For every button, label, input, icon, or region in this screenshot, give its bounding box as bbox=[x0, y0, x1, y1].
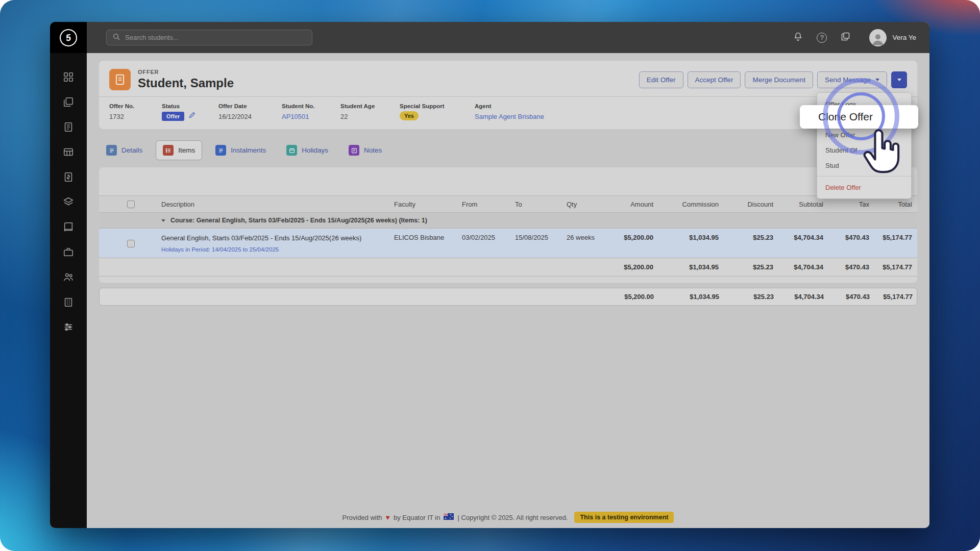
tab-details-label: Details bbox=[121, 146, 142, 154]
logo-icon: 5 bbox=[58, 28, 78, 47]
group-total-commission: $1,034.95 bbox=[658, 258, 724, 277]
col-faculty: Faculty bbox=[389, 196, 457, 213]
item-description: General English, Starts 03/Feb/2025 - En… bbox=[161, 234, 384, 243]
tab-details[interactable]: Details bbox=[99, 140, 150, 160]
accept-offer-button[interactable]: Accept Offer bbox=[688, 71, 741, 88]
edit-offer-button[interactable]: Edit Offer bbox=[639, 71, 683, 88]
tab-holidays-label: Holidays bbox=[302, 146, 328, 154]
items-table: Description Faculty From To Qty Amount C… bbox=[99, 195, 917, 277]
col-to: To bbox=[510, 196, 561, 213]
details-doc-icon bbox=[106, 145, 117, 156]
select-all-checkbox[interactable] bbox=[127, 201, 135, 208]
row-checkbox[interactable] bbox=[127, 240, 135, 247]
search-input[interactable] bbox=[125, 34, 306, 41]
tab-holidays[interactable]: Holidays bbox=[279, 140, 335, 160]
instalments-doc-icon bbox=[215, 145, 226, 156]
subjects-icon[interactable] bbox=[63, 221, 74, 233]
items-panel: New Item Description Faculty From bbox=[99, 167, 917, 283]
item-amount: $5,200.00 bbox=[607, 229, 658, 258]
group-total-amount: $5,200.00 bbox=[607, 258, 658, 277]
notifications-bell-icon[interactable] bbox=[793, 31, 803, 44]
item-total: $5,174.77 bbox=[874, 229, 917, 258]
tab-instalments[interactable]: Instalments bbox=[208, 140, 273, 160]
sidebar: 5 bbox=[50, 22, 87, 528]
grand-total-discount: $25.23 bbox=[724, 288, 779, 305]
grand-totals-row: $5,200.00 $1,034.95 $25.23 $4,704.34 $47… bbox=[100, 288, 917, 305]
col-description: Description bbox=[156, 196, 389, 213]
item-faculty: ELICOS Bisbane bbox=[389, 229, 457, 258]
chevron-down-icon bbox=[875, 79, 879, 81]
reports-icon[interactable] bbox=[63, 146, 74, 158]
footer-text: Provided with bbox=[342, 514, 382, 521]
tab-notes-label: Notes bbox=[364, 146, 382, 154]
offer-document-icon bbox=[109, 69, 131, 90]
more-actions-dropdown-button[interactable] bbox=[891, 71, 907, 88]
edit-status-pencil-icon[interactable] bbox=[188, 111, 196, 121]
grand-totals-bar: $5,200.00 $1,034.95 $25.23 $4,704.34 $47… bbox=[99, 288, 917, 306]
holidays-calendar-icon bbox=[286, 145, 297, 156]
tab-items[interactable]: Items bbox=[156, 140, 202, 160]
students-icon[interactable] bbox=[63, 96, 74, 108]
hand-cursor-icon bbox=[860, 126, 901, 185]
user-menu[interactable]: Vera Ye bbox=[869, 29, 916, 46]
item-commission: $1,034.95 bbox=[658, 229, 724, 258]
tab-items-label: Items bbox=[178, 146, 195, 154]
topbar: ? Vera Ye bbox=[87, 22, 929, 53]
agents-icon[interactable] bbox=[63, 271, 74, 283]
services-icon[interactable] bbox=[63, 246, 74, 258]
items-list-icon bbox=[163, 145, 174, 156]
settings-icon[interactable] bbox=[63, 321, 74, 333]
australia-flag-icon bbox=[444, 513, 454, 521]
merge-document-button[interactable]: Merge Document bbox=[745, 71, 813, 88]
offer-date-field: Offer Date 16/12/2024 bbox=[218, 103, 282, 121]
offer-header-card: OFFER Student, Sample Edit Offer Accept … bbox=[99, 61, 917, 129]
table-row[interactable]: General English, Starts 03/Feb/2025 - En… bbox=[99, 229, 917, 258]
tab-notes[interactable]: Notes bbox=[341, 140, 389, 160]
special-support-badge: Yes bbox=[400, 111, 419, 120]
col-commission: Commission bbox=[658, 196, 724, 213]
student-no-link[interactable]: AP10501 bbox=[282, 113, 340, 120]
courses-icon[interactable] bbox=[63, 196, 74, 208]
heart-icon: ♥ bbox=[386, 513, 390, 521]
student-age-field: Student Age 22 bbox=[340, 103, 400, 121]
campus-icon[interactable] bbox=[63, 296, 74, 308]
group-total-total: $5,174.77 bbox=[874, 258, 917, 277]
avatar bbox=[869, 29, 887, 46]
item-subtotal: $4,704.34 bbox=[778, 229, 828, 258]
desktop: 5 ? bbox=[0, 0, 980, 551]
dashboard-icon[interactable] bbox=[63, 71, 74, 83]
tab-instalments-label: Instalments bbox=[231, 146, 266, 154]
footer-text: by Equator IT in bbox=[394, 514, 440, 521]
search-box[interactable] bbox=[106, 30, 312, 45]
col-amount: Amount bbox=[607, 196, 658, 213]
testing-environment-badge: This is a testing environment bbox=[574, 512, 674, 523]
offer-section-label: OFFER bbox=[138, 69, 234, 75]
footer: Provided with ♥ by Equator IT in | Copyr… bbox=[87, 512, 929, 523]
chevron-down-icon bbox=[897, 79, 901, 81]
collapse-caret-icon[interactable] bbox=[161, 219, 165, 222]
item-tax: $470.43 bbox=[828, 229, 874, 258]
notes-calendar-icon bbox=[349, 145, 359, 156]
status-field: Status Offer bbox=[162, 103, 218, 121]
app-logo[interactable]: 5 bbox=[50, 22, 87, 53]
course-group-row[interactable]: Course: General English, Starts 03/Feb/2… bbox=[99, 213, 917, 229]
agent-link[interactable]: Sample Agent Brisbane bbox=[475, 113, 544, 120]
special-support-field: Special Support Yes bbox=[400, 103, 475, 121]
invoices-icon[interactable] bbox=[63, 171, 74, 183]
student-no-field: Student No. AP10501 bbox=[282, 103, 340, 121]
offer-meta-row: Offer No. 1732 Status Offer Offer Date 1… bbox=[99, 96, 917, 129]
grand-total-total: $5,174.77 bbox=[875, 288, 917, 305]
col-from: From bbox=[457, 196, 510, 213]
offers-icon[interactable] bbox=[63, 121, 74, 133]
grand-total-subtotal: $4,704.34 bbox=[779, 288, 829, 305]
app-window: 5 ? bbox=[50, 22, 929, 528]
group-totals-row: $5,200.00 $1,034.95 $25.23 $4,704.34 $47… bbox=[99, 258, 917, 277]
group-total-discount: $25.23 bbox=[724, 258, 778, 277]
col-discount: Discount bbox=[724, 196, 778, 213]
windows-copy-icon[interactable] bbox=[840, 31, 851, 44]
page-title: Student, Sample bbox=[138, 76, 234, 90]
help-icon[interactable]: ? bbox=[817, 33, 827, 43]
col-qty: Qty bbox=[561, 196, 607, 213]
table-header-row: Description Faculty From To Qty Amount C… bbox=[99, 196, 917, 213]
footer-copyright: | Copyright © 2025. All right reserved. bbox=[457, 514, 568, 521]
